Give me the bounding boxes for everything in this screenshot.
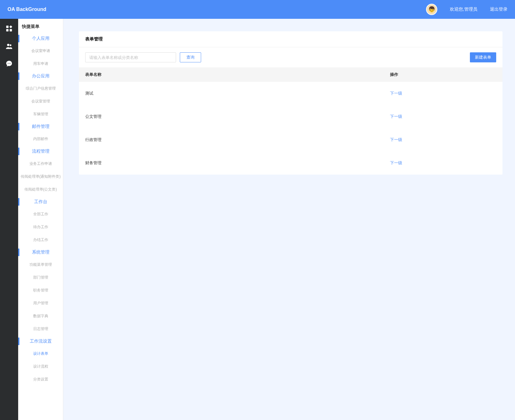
search-input[interactable] bbox=[85, 52, 176, 62]
table-row: 行政管理下一级 bbox=[79, 128, 502, 151]
menu-group[interactable]: 工作流设置 bbox=[18, 335, 63, 347]
cell-name: 财务管理 bbox=[79, 151, 384, 175]
menu-item[interactable]: 部门管理 bbox=[18, 271, 63, 284]
svg-point-7 bbox=[10, 63, 11, 64]
toolbar: 查询 新建表单 bbox=[79, 47, 502, 67]
next-level-link[interactable]: 下一级 bbox=[390, 91, 402, 96]
table-row: 公文管理下一级 bbox=[79, 105, 502, 128]
welcome-text: 欢迎您,管理员 bbox=[450, 7, 477, 12]
logo: OA BackGround bbox=[8, 7, 46, 12]
menu-group[interactable]: 流程管理 bbox=[18, 145, 63, 157]
sidebar: 快捷菜单 个人应用会议室申请用车申请办公应用综合门户信息管理会议室管理车辆管理邮… bbox=[18, 19, 63, 420]
icon-rail bbox=[0, 19, 18, 420]
col-action: 操作 bbox=[384, 67, 502, 82]
menu-group[interactable]: 系统管理 bbox=[18, 246, 63, 258]
table-header-row: 表单名称 操作 bbox=[79, 67, 502, 82]
col-name: 表单名称 bbox=[79, 67, 384, 82]
menu-item[interactable]: 用车申请 bbox=[18, 57, 63, 70]
svg-rect-1 bbox=[6, 29, 8, 31]
svg-rect-2 bbox=[10, 29, 12, 31]
page-title: 表单管理 bbox=[79, 31, 502, 47]
next-level-link[interactable]: 下一级 bbox=[390, 137, 402, 142]
cell-action: 下一级 bbox=[384, 82, 502, 105]
menu-item[interactable]: 功能菜单管理 bbox=[18, 258, 63, 271]
chat-icon[interactable] bbox=[6, 60, 13, 68]
svg-point-6 bbox=[9, 63, 9, 64]
cell-action: 下一级 bbox=[384, 105, 502, 128]
cell-name: 测试 bbox=[79, 82, 384, 105]
svg-point-4 bbox=[10, 45, 12, 46]
menu-item[interactable]: 传阅处理单(通知附件类) bbox=[18, 170, 63, 183]
menu-item[interactable]: 车辆管理 bbox=[18, 108, 63, 121]
avatar[interactable]: 👦 bbox=[426, 4, 437, 15]
cell-action: 下一级 bbox=[384, 151, 502, 175]
menu-item[interactable]: 综合门户信息管理 bbox=[18, 82, 63, 95]
menu-item[interactable]: 业务工作申请 bbox=[18, 157, 63, 170]
menu-item[interactable]: 传阅处理单(公文类) bbox=[18, 183, 63, 196]
form-manage-card: 表单管理 查询 新建表单 表单名称 操作 测试下一级公文管理下一级行政管理下一级… bbox=[79, 31, 502, 175]
cell-action: 下一级 bbox=[384, 128, 502, 151]
form-table: 表单名称 操作 测试下一级公文管理下一级行政管理下一级财务管理下一级 bbox=[79, 67, 502, 175]
menu-item[interactable]: 办结工作 bbox=[18, 234, 63, 246]
menu-item[interactable]: 内部邮件 bbox=[18, 133, 63, 145]
menu-group[interactable]: 个人应用 bbox=[18, 33, 63, 45]
menu-item[interactable]: 用户管理 bbox=[18, 297, 63, 310]
menu-group[interactable]: 办公应用 bbox=[18, 70, 63, 82]
menu-item[interactable]: 会议室管理 bbox=[18, 95, 63, 108]
svg-point-3 bbox=[7, 44, 9, 46]
menu-item[interactable]: 待办工作 bbox=[18, 221, 63, 234]
svg-rect-0 bbox=[6, 26, 8, 28]
menu-item[interactable]: 设计表单 bbox=[18, 347, 63, 360]
table-row: 测试下一级 bbox=[79, 82, 502, 105]
next-level-link[interactable]: 下一级 bbox=[390, 160, 402, 165]
apps-icon[interactable] bbox=[6, 25, 13, 33]
menu-item[interactable]: 职务管理 bbox=[18, 284, 63, 297]
users-icon[interactable] bbox=[6, 43, 13, 51]
svg-point-5 bbox=[8, 63, 8, 64]
menu-item[interactable]: 全部工作 bbox=[18, 208, 63, 221]
sidebar-title: 快捷菜单 bbox=[18, 19, 63, 33]
menu-group[interactable]: 工作台 bbox=[18, 196, 63, 208]
create-form-button[interactable]: 新建表单 bbox=[470, 52, 496, 62]
menu-item[interactable]: 设计流程 bbox=[18, 360, 63, 373]
header-right: 👦 欢迎您,管理员 退出登录 bbox=[426, 4, 507, 15]
menu-item[interactable]: 数据字典 bbox=[18, 310, 63, 323]
cell-name: 公文管理 bbox=[79, 105, 384, 128]
main-content: 表单管理 查询 新建表单 表单名称 操作 测试下一级公文管理下一级行政管理下一级… bbox=[63, 19, 515, 420]
logout-link[interactable]: 退出登录 bbox=[490, 7, 507, 12]
cell-name: 行政管理 bbox=[79, 128, 384, 151]
app-header: OA BackGround 👦 欢迎您,管理员 退出登录 bbox=[0, 0, 515, 19]
next-level-link[interactable]: 下一级 bbox=[390, 114, 402, 119]
menu-item[interactable]: 会议室申请 bbox=[18, 45, 63, 57]
menu-group[interactable]: 邮件管理 bbox=[18, 121, 63, 133]
menu-item[interactable]: 日志管理 bbox=[18, 323, 63, 335]
table-row: 财务管理下一级 bbox=[79, 151, 502, 175]
search-button[interactable]: 查询 bbox=[180, 52, 201, 62]
menu-item[interactable]: 分类设置 bbox=[18, 373, 63, 386]
